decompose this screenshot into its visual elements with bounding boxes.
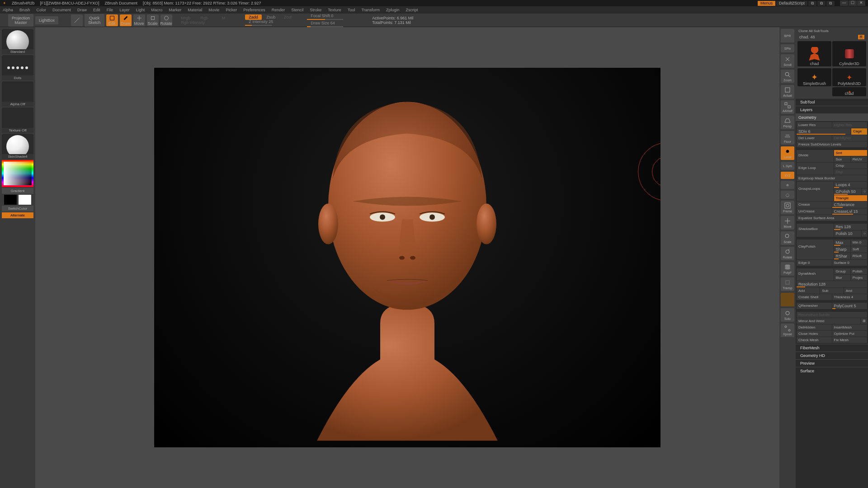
fibermesh-section[interactable]: FiberMesh	[796, 344, 868, 352]
menu-brush[interactable]: Brush	[19, 8, 30, 12]
reconstruct-btn[interactable]: Reconstruct Subdiv	[797, 312, 867, 318]
shadowbox-btn[interactable]: ShadowBox	[797, 224, 834, 237]
optimize-btn[interactable]: Optimize Pol	[832, 331, 868, 337]
lower-res-btn[interactable]: Lower Res	[797, 122, 832, 128]
menu-color[interactable]: Color	[37, 8, 47, 12]
brush-picker[interactable]: Standard	[2, 29, 33, 54]
uncrease-btn[interactable]: UnCrease	[797, 208, 832, 215]
suv-btn[interactable]: Suv	[834, 156, 850, 162]
tool-slot-simplebrush[interactable]: ✦SimpleBrush	[797, 68, 831, 86]
fixmesh-btn[interactable]: Fix Mesh	[832, 337, 868, 343]
surface-section[interactable]: Surface	[796, 367, 868, 375]
xpose-button[interactable]: Xpose	[781, 324, 794, 337]
scale-view-button[interactable]: Scale	[781, 231, 794, 245]
sharp-slider[interactable]: Sharp	[834, 246, 850, 253]
default-zscript[interactable]: DefaultZScript	[776, 1, 807, 6]
aahalf-button[interactable]: AAHalf	[781, 100, 794, 114]
floor-button[interactable]: Floor	[781, 131, 794, 145]
tool-slot-cylinder[interactable]: Cylinder3D	[832, 41, 866, 66]
solo-button[interactable]: Solo	[781, 308, 794, 322]
polycount-slider[interactable]: PolyCount 5	[832, 303, 868, 309]
menu-picker[interactable]: Picker	[226, 8, 237, 12]
polish-slider[interactable]: Polish 10	[834, 230, 862, 237]
menu-document[interactable]: Document	[52, 8, 71, 12]
close-icon[interactable]: ✕	[857, 0, 865, 6]
edge0-slider[interactable]: Edge 0	[797, 260, 832, 266]
dock-icon-2[interactable]: ⧉	[817, 1, 826, 6]
closeholes-btn[interactable]: Close Holes	[797, 331, 832, 337]
add-btn[interactable]: Add	[797, 288, 820, 294]
minimize-icon[interactable]: —	[840, 0, 848, 6]
menu-stencil[interactable]: Stencil	[291, 8, 303, 12]
menu-render[interactable]: Render	[272, 8, 285, 12]
qremesher-btn[interactable]: QRemesher	[797, 303, 832, 309]
blur-slider[interactable]: Blur	[834, 275, 850, 281]
ctolerance-slider[interactable]: CTolerance	[832, 202, 868, 208]
creaselvl-slider[interactable]: CreaseLvl 15	[832, 208, 868, 215]
rotate-button[interactable]: Rotate	[160, 14, 172, 26]
scale-button[interactable]: Scale	[147, 14, 159, 26]
grouploops-btn[interactable]: GroupsLoops	[797, 182, 834, 201]
geometryhd-section[interactable]: Geometry HD	[796, 352, 868, 359]
draw-button[interactable]: Draw	[120, 14, 132, 26]
zsub-button[interactable]: Zsub	[266, 15, 275, 19]
gradient-btn[interactable]: Gradient	[2, 188, 33, 194]
delhidden-btn[interactable]: DelHidden	[797, 324, 832, 330]
zoom-button[interactable]: Zoom	[781, 70, 794, 83]
lightbox-button[interactable]: LightBox	[35, 16, 58, 24]
insertmesh-btn[interactable]: InsertMesh	[832, 324, 868, 330]
draw-size-slider[interactable]: Draw Size 64	[311, 21, 343, 25]
m-btn[interactable]: M	[222, 16, 226, 20]
claypolish-btn[interactable]: ClayPolish	[797, 239, 834, 259]
canvas-area[interactable]	[35, 27, 779, 488]
project-btn[interactable]: Projec	[851, 275, 867, 281]
soft-slider[interactable]: Soft	[851, 246, 867, 253]
lsym-button[interactable]: L.Sym	[781, 162, 794, 170]
menu-marker[interactable]: Marker	[169, 8, 181, 12]
rshar-slider[interactable]: RShar	[834, 253, 850, 259]
disp-btn[interactable]: Disp	[834, 169, 868, 175]
equalize-surface-btn[interactable]: Equalize Surface Area	[797, 215, 867, 221]
dock-icon[interactable]: ⧉	[808, 1, 816, 6]
menu-file[interactable]: File	[107, 8, 113, 12]
create-shell-btn[interactable]: Create Shell	[797, 294, 832, 300]
quicksketch-button[interactable]: Quick Sketch	[85, 14, 104, 27]
swatch-primary[interactable]	[19, 195, 31, 205]
tool-slot-chad[interactable]: chad	[797, 41, 831, 66]
frame-button[interactable]: Frame	[781, 201, 794, 214]
bpr-button[interactable]: BPR	[781, 29, 794, 42]
mrgb-btn[interactable]: Mrgb	[181, 16, 191, 20]
z-intensity-slider[interactable]: Z Intensity 25	[249, 19, 292, 24]
edit-button[interactable]: Edit	[106, 14, 118, 26]
divide-btn[interactable]: Divide	[797, 150, 834, 162]
menu-texture[interactable]: Texture	[328, 8, 341, 12]
del-lower-btn[interactable]: Del Lower	[797, 135, 832, 141]
tool-slot-chad2[interactable]: ✦chad	[832, 87, 866, 96]
menu-tool[interactable]: Tool	[348, 8, 355, 12]
rgb-btn[interactable]: Rgb	[201, 16, 208, 20]
crease-btn[interactable]: Crease	[797, 202, 832, 208]
menu-movie[interactable]: Movie	[208, 8, 219, 12]
scroll-button[interactable]: Scroll	[781, 54, 794, 68]
stroke-picker[interactable]: Dots	[2, 55, 33, 80]
focal-shift-slider[interactable]: Focal Shift 0	[311, 14, 343, 18]
menu-alpha[interactable]: Alpha	[3, 8, 13, 12]
menu-preferences[interactable]: Preferences	[243, 8, 265, 12]
cage-btn[interactable]: Cage	[851, 128, 867, 135]
gpolish-slider[interactable]: GPolish 50	[834, 188, 862, 195]
thickness-slider[interactable]: Thickness 4	[832, 294, 868, 300]
triangle-btn[interactable]: Triangle	[834, 195, 868, 202]
xyz-button[interactable]: XYZ	[781, 172, 794, 179]
geometry-section[interactable]: Geometry	[796, 113, 868, 121]
move-view-button[interactable]: Move	[781, 216, 794, 230]
maximize-icon[interactable]: ☐	[849, 0, 857, 6]
menu-transform[interactable]: Transform	[361, 8, 380, 12]
menu-material[interactable]: Material	[188, 8, 202, 12]
edgemask-btn[interactable]: Edgeloop Mask Border	[797, 175, 867, 181]
dock-icon-3[interactable]: ⧉	[826, 1, 835, 6]
menu-edit[interactable]: Edit	[93, 8, 100, 12]
crisp-btn[interactable]: Crisp	[834, 163, 868, 169]
menu-light[interactable]: Light	[136, 8, 145, 12]
persp-button[interactable]: Persp	[781, 116, 794, 129]
resolution-slider[interactable]: Resolution 128	[797, 281, 867, 287]
